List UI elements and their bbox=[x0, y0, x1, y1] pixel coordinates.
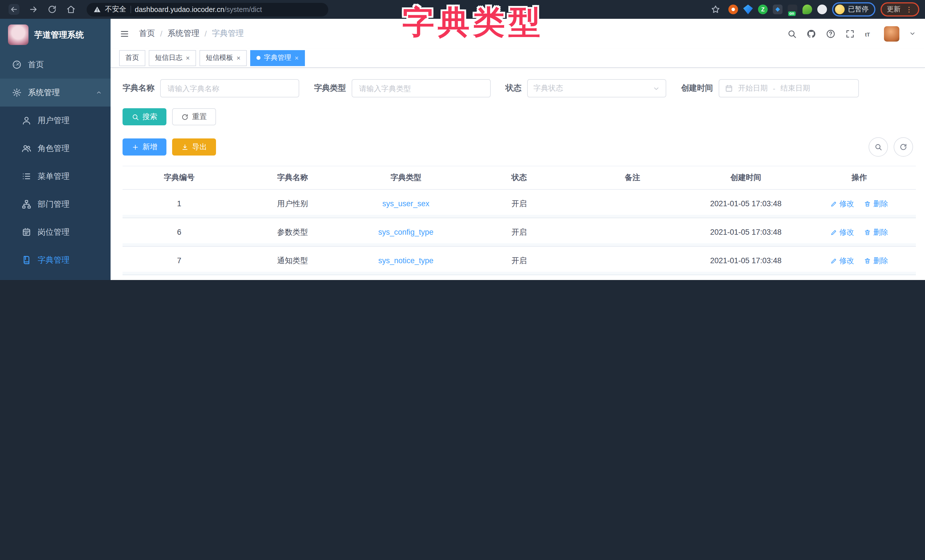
tab-字典管理[interactable]: 字典管理 × bbox=[250, 50, 305, 66]
date-range-picker[interactable]: 开始日期 - 结束日期 bbox=[719, 79, 859, 98]
kebab-menu-icon[interactable] bbox=[905, 5, 913, 14]
adblock-icon[interactable] bbox=[728, 5, 738, 14]
sidebar-item-用户管理[interactable]: 用户管理 bbox=[0, 107, 111, 134]
fullscreen-icon[interactable] bbox=[845, 29, 855, 38]
close-icon[interactable]: × bbox=[237, 54, 241, 61]
gem-icon[interactable] bbox=[743, 5, 753, 14]
tab-bar: 首页 短信日志 × 短信模板 × 字典管理 × bbox=[111, 48, 925, 68]
edit-link[interactable]: 修改 bbox=[830, 227, 854, 237]
sidebar-item-字典管理[interactable]: 字典管理 bbox=[0, 246, 111, 274]
close-icon[interactable]: × bbox=[186, 54, 190, 61]
sidebar-item-角色管理[interactable]: 角色管理 bbox=[0, 134, 111, 163]
refresh-table-button[interactable] bbox=[894, 137, 913, 157]
column-header: 创建时间 bbox=[689, 166, 803, 190]
reload-icon[interactable] bbox=[47, 5, 57, 14]
switch-on-icon[interactable] bbox=[788, 5, 797, 14]
tab-短信模板[interactable]: 短信模板 × bbox=[199, 50, 247, 66]
dict-name-label: 字典名称 bbox=[122, 83, 154, 93]
sidebar-item-部门管理[interactable]: 部门管理 bbox=[0, 190, 111, 218]
grammar-icon[interactable] bbox=[803, 5, 812, 14]
zotero-icon[interactable] bbox=[758, 5, 768, 14]
reset-button[interactable]: 重置 bbox=[172, 108, 216, 125]
column-header: 字典名称 bbox=[236, 166, 350, 190]
org-tree-icon bbox=[22, 199, 31, 209]
security-label: 不安全 bbox=[105, 5, 126, 14]
toggle-search-button[interactable] bbox=[869, 137, 888, 157]
edit-link[interactable]: 修改 bbox=[830, 199, 854, 209]
extension-icons bbox=[728, 5, 827, 14]
github-icon[interactable] bbox=[806, 29, 816, 38]
dict-type-link[interactable]: sys_config_type bbox=[378, 228, 434, 236]
table-header-row: 字典编号字典名称字典类型状态备注创建时间操作 bbox=[122, 166, 916, 190]
cell-remark bbox=[576, 218, 689, 246]
delete-link[interactable]: 删除 bbox=[864, 227, 888, 237]
sidebar-item-菜单管理[interactable]: 菜单管理 bbox=[0, 163, 111, 190]
dict-type-link[interactable]: sys_notice_type bbox=[378, 256, 434, 265]
cell-remark bbox=[576, 275, 689, 280]
breadcrumb-system[interactable]: 系统管理 bbox=[167, 29, 199, 39]
create-time-label: 创建时间 bbox=[681, 83, 713, 93]
export-button[interactable]: 导出 bbox=[172, 138, 216, 155]
hamburger-icon[interactable] bbox=[120, 29, 130, 38]
table-row: 7 通知类型 sys_notice_type 开启 2021-01-05 17:… bbox=[122, 246, 916, 275]
edit-link[interactable]: 修改 bbox=[830, 256, 854, 266]
delete-link[interactable]: 删除 bbox=[864, 256, 888, 266]
date-start-placeholder: 开始日期 bbox=[738, 83, 768, 93]
cell-actions: 修改 删除 bbox=[803, 246, 916, 275]
notes-icon[interactable] bbox=[773, 5, 782, 14]
home-icon[interactable] bbox=[66, 5, 76, 14]
dict-type-label: 字典类型 bbox=[314, 83, 346, 93]
delete-link[interactable]: 删除 bbox=[864, 199, 888, 209]
sidebar-item-岗位管理[interactable]: 岗位管理 bbox=[0, 218, 111, 246]
address-bar[interactable]: 不安全 dashboard.yudao.iocoder.cn/system/di… bbox=[87, 3, 328, 16]
app-logo[interactable]: 芋道管理系统 bbox=[0, 19, 111, 51]
content: 字典名称 字典类型 状态 字典状态 bbox=[111, 68, 925, 280]
status-select[interactable]: 字典状态 bbox=[527, 79, 666, 98]
close-icon[interactable]: × bbox=[295, 54, 299, 61]
active-dot bbox=[256, 56, 261, 60]
dict-name-input[interactable] bbox=[160, 79, 299, 98]
extensions-icon[interactable] bbox=[817, 5, 827, 14]
bookmark-star-icon[interactable] bbox=[711, 5, 720, 14]
sidebar: 芋道管理系统 首页 系统管理 用户管理 角色管理 菜单管理 部门管理 岗位管理 bbox=[0, 19, 111, 280]
dict-type-link[interactable]: sys_user_sex bbox=[383, 199, 429, 208]
dict-type-input[interactable] bbox=[352, 79, 491, 98]
cell-remark bbox=[576, 190, 689, 218]
column-header: 字典类型 bbox=[349, 166, 462, 190]
svg-text:tT: tT bbox=[865, 31, 870, 37]
cell-name: 参数类型 bbox=[236, 218, 350, 246]
cell-created: 2021-01-05 17:03:48 bbox=[689, 190, 803, 218]
cell-id: 7 bbox=[122, 246, 236, 275]
add-button[interactable]: 新增 bbox=[122, 138, 166, 155]
search-button[interactable]: 搜索 bbox=[122, 108, 166, 125]
sidebar-item-系统管理[interactable]: 系统管理 bbox=[0, 78, 111, 107]
cell-id: 6 bbox=[122, 218, 236, 246]
caret-down-icon[interactable] bbox=[909, 30, 916, 37]
paused-label: 已暂停 bbox=[848, 5, 869, 14]
back-icon[interactable] bbox=[9, 4, 20, 15]
users-icon bbox=[22, 143, 31, 153]
search-icon[interactable] bbox=[787, 29, 797, 38]
sidebar-item-首页[interactable]: 首页 bbox=[0, 51, 111, 78]
question-icon[interactable] bbox=[826, 29, 836, 38]
cell-created: 2021-01-05 17:03:48 bbox=[689, 218, 803, 246]
cell-name: 通知类型 bbox=[236, 246, 350, 275]
filter-form: 字典名称 字典类型 状态 字典状态 bbox=[122, 79, 916, 98]
paused-extension-chip[interactable]: 已暂停 bbox=[832, 2, 875, 17]
breadcrumb-current: 字典管理 bbox=[212, 29, 244, 39]
breadcrumb-home[interactable]: 首页 bbox=[139, 29, 155, 39]
sidebar-item-通知公告[interactable]: 通知公告 bbox=[0, 274, 111, 280]
date-end-placeholder: 结束日期 bbox=[780, 83, 810, 93]
cell-created: 2021-01-05 17:03:48 bbox=[689, 275, 803, 280]
column-header: 字典编号 bbox=[122, 166, 236, 190]
tab-首页[interactable]: 首页 bbox=[119, 50, 145, 66]
cell-type: sys_notice_status bbox=[349, 275, 462, 280]
url-path: /system/dict bbox=[224, 5, 262, 14]
font-size-icon[interactable]: tT bbox=[865, 29, 874, 38]
tab-短信日志[interactable]: 短信日志 × bbox=[149, 50, 196, 66]
user-avatar[interactable] bbox=[884, 26, 899, 41]
cell-status: 开启 bbox=[462, 275, 576, 280]
browser-update-chip[interactable]: 更新 bbox=[881, 2, 919, 17]
cell-type: sys_user_sex bbox=[349, 190, 462, 218]
forward-icon[interactable] bbox=[29, 5, 38, 14]
